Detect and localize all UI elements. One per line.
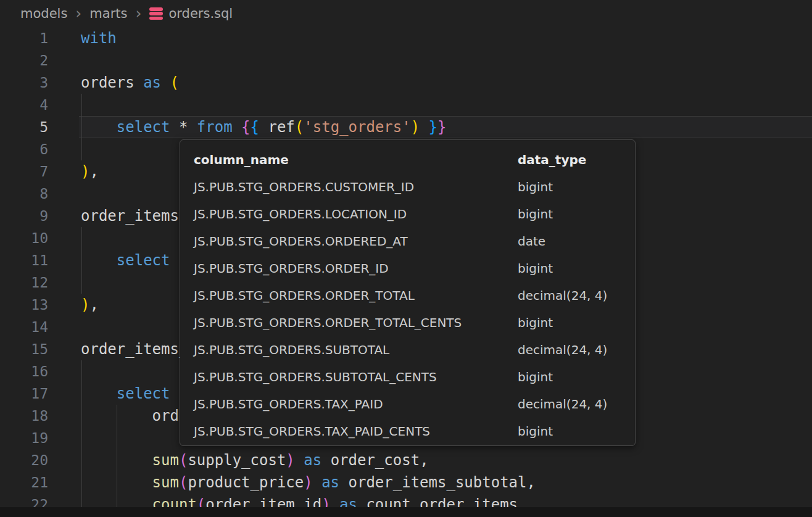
column-name-cell: JS.PUB.STG_ORDERS.SUBTOTAL — [194, 336, 518, 363]
data-type-cell: bigint — [518, 173, 553, 201]
line-number[interactable]: 18 — [0, 405, 48, 427]
code-line[interactable]: with — [81, 27, 536, 49]
line-number[interactable]: 17 — [0, 383, 48, 405]
breadcrumb-item-marts[interactable]: marts — [89, 6, 127, 21]
column-row: JS.PUB.STG_ORDERS.TAX_PAID_CENTSbigint — [194, 418, 635, 445]
column-name-header: column_name — [194, 146, 518, 173]
tooltip-header-row: column_name data_type — [194, 146, 635, 173]
line-number[interactable]: 11 — [0, 249, 48, 271]
code-line[interactable]: select * from {{ ref('stg_orders') }} — [81, 116, 536, 138]
code-line[interactable]: orders as ( — [81, 72, 536, 94]
column-name-cell: JS.PUB.STG_ORDERS.LOCATION_ID — [194, 201, 518, 228]
column-row: JS.PUB.STG_ORDERS.SUBTOTALdecimal(24, 4) — [194, 336, 635, 363]
chevron-right-icon: › — [75, 6, 81, 21]
data-type-cell: date — [518, 228, 545, 255]
code-line[interactable] — [81, 49, 536, 72]
data-type-cell: decimal(24, 4) — [518, 282, 607, 309]
data-type-cell: bigint — [518, 363, 553, 391]
line-number[interactable]: 15 — [0, 338, 48, 360]
tooltip-rows: JS.PUB.STG_ORDERS.CUSTOMER_IDbigintJS.PU… — [194, 173, 635, 445]
code-editor[interactable]: 12345678910111213141516171819202122 with… — [0, 27, 812, 517]
data-type-cell: bigint — [518, 201, 553, 228]
line-number[interactable]: 1 — [0, 27, 48, 49]
database-icon — [149, 7, 163, 20]
data-type-cell: bigint — [518, 309, 553, 336]
line-number[interactable]: 6 — [0, 138, 48, 160]
column-name-cell: JS.PUB.STG_ORDERS.ORDERED_AT — [194, 228, 518, 255]
data-type-cell: decimal(24, 4) — [518, 391, 607, 418]
column-row: JS.PUB.STG_ORDERS.ORDER_TOTAL_CENTSbigin… — [194, 309, 635, 336]
line-number[interactable]: 5 — [0, 116, 48, 138]
line-number[interactable]: 20 — [0, 449, 48, 471]
column-name-cell: JS.PUB.STG_ORDERS.ORDER_ID — [194, 255, 518, 282]
column-row: JS.PUB.STG_ORDERS.ORDER_IDbigint — [194, 255, 635, 282]
line-number[interactable]: 13 — [0, 294, 48, 316]
code-line[interactable]: sum(product_price) as order_items_subtot… — [81, 471, 536, 494]
column-row: JS.PUB.STG_ORDERS.ORDERED_ATdate — [194, 228, 635, 255]
breadcrumb-file-label: orders.sql — [168, 6, 233, 21]
line-number[interactable]: 7 — [0, 160, 48, 183]
breadcrumb-item-file[interactable]: orders.sql — [149, 6, 233, 21]
vscode-editor-window: { "breadcrumb": { "items": ["models", "m… — [0, 0, 812, 517]
column-name-cell: JS.PUB.STG_ORDERS.SUBTOTAL_CENTS — [194, 363, 518, 391]
line-number[interactable]: 21 — [0, 471, 48, 494]
data-type-cell: decimal(24, 4) — [518, 336, 607, 363]
breadcrumb-item-models[interactable]: models — [20, 6, 67, 21]
line-number[interactable]: 12 — [0, 271, 48, 294]
column-row: JS.PUB.STG_ORDERS.TAX_PAIDdecimal(24, 4) — [194, 391, 635, 418]
breadcrumb: models › marts › orders.sql — [0, 0, 812, 27]
column-name-cell: JS.PUB.STG_ORDERS.ORDER_TOTAL_CENTS — [194, 309, 518, 336]
line-number[interactable]: 9 — [0, 205, 48, 227]
line-number[interactable]: 2 — [0, 49, 48, 72]
line-number[interactable]: 8 — [0, 183, 48, 205]
panel-edge — [0, 507, 812, 517]
line-number[interactable]: 19 — [0, 427, 48, 449]
column-name-cell: JS.PUB.STG_ORDERS.ORDER_TOTAL — [194, 282, 518, 309]
column-name-cell: JS.PUB.STG_ORDERS.CUSTOMER_ID — [194, 173, 518, 201]
line-number[interactable]: 10 — [0, 227, 48, 249]
line-number-gutter: 12345678910111213141516171819202122 — [0, 27, 48, 516]
data-type-cell: bigint — [518, 255, 553, 282]
code-line[interactable] — [81, 94, 536, 116]
line-number[interactable]: 4 — [0, 94, 48, 116]
line-number[interactable]: 16 — [0, 360, 48, 383]
column-row: JS.PUB.STG_ORDERS.CUSTOMER_IDbigint — [194, 173, 635, 201]
line-number[interactable]: 3 — [0, 72, 48, 94]
column-row: JS.PUB.STG_ORDERS.SUBTOTAL_CENTSbigint — [194, 363, 635, 391]
hover-tooltip: column_name data_type JS.PUB.STG_ORDERS.… — [180, 139, 636, 446]
data-type-cell: bigint — [518, 418, 553, 445]
code-line[interactable]: sum(supply_cost) as order_cost, — [81, 449, 536, 471]
column-row: JS.PUB.STG_ORDERS.ORDER_TOTALdecimal(24,… — [194, 282, 635, 309]
column-name-cell: JS.PUB.STG_ORDERS.TAX_PAID_CENTS — [194, 418, 518, 445]
column-name-cell: JS.PUB.STG_ORDERS.TAX_PAID — [194, 391, 518, 418]
column-row: JS.PUB.STG_ORDERS.LOCATION_IDbigint — [194, 201, 635, 228]
data-type-header: data_type — [518, 146, 586, 173]
line-number[interactable]: 14 — [0, 316, 48, 338]
chevron-right-icon: › — [135, 6, 141, 21]
